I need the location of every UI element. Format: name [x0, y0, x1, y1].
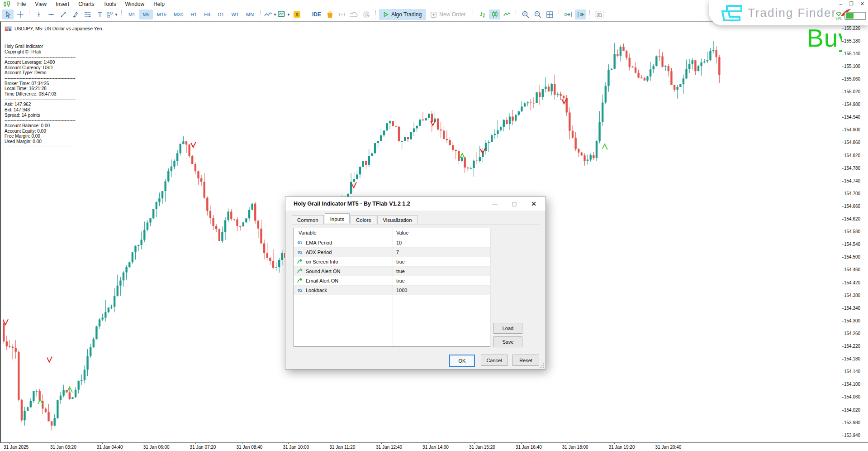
- variable-name: EMA Period: [306, 240, 332, 245]
- indicator-info-line: Broker Time: 07:34:25: [5, 81, 76, 86]
- tab-common[interactable]: Common: [292, 215, 324, 224]
- save-button[interactable]: Save: [493, 336, 522, 347]
- table-row[interactable]: 01 EMA Period 10: [294, 238, 490, 248]
- bool-input-icon: [296, 268, 304, 275]
- chart-shift-button[interactable]: [575, 10, 586, 19]
- fibonacci-tool-button[interactable]: [82, 10, 93, 19]
- time-axis-label: 31 Jan 11:20: [329, 445, 355, 450]
- price-axis-label: 155.140: [844, 51, 860, 56]
- ok-button[interactable]: OK: [449, 355, 475, 367]
- table-row[interactable]: Sound Alert ON true: [294, 267, 490, 276]
- table-row[interactable]: 01 ADX Period 7: [294, 248, 490, 257]
- dialog-maximize-button[interactable]: ▢: [509, 200, 519, 208]
- timeframe-h4[interactable]: H4: [200, 10, 214, 19]
- window-minimize-button[interactable]: –: [840, 0, 842, 7]
- screenshot-camera-button[interactable]: [593, 10, 605, 19]
- quotes-chart-button[interactable]: ▼: [264, 10, 277, 19]
- window-close-button[interactable]: ✕: [860, 0, 864, 7]
- timeframe-m30[interactable]: M30: [170, 10, 187, 19]
- timeframe-mn[interactable]: MN: [242, 10, 257, 19]
- indicator-info-line: ----------------------------------------…: [5, 144, 76, 149]
- price-axis[interactable]: 155.220155.180155.140155.100155.060155.0…: [842, 21, 868, 443]
- menu-file[interactable]: File: [13, 0, 30, 8]
- bar-chart-type-button[interactable]: [477, 10, 488, 19]
- vps-icon[interactable]: [361, 10, 372, 19]
- indicator-info-line: Local Time: 16:21:28: [5, 86, 76, 91]
- dollar-symbols-button[interactable]: $: [291, 10, 303, 19]
- tab-inputs[interactable]: Inputs: [325, 213, 350, 223]
- indicator-info-line: Account Leverage: 1:400: [5, 60, 76, 65]
- variable-value[interactable]: 1000: [396, 288, 407, 293]
- timeframe-d1[interactable]: D1: [214, 10, 228, 19]
- channel-tool-button[interactable]: [70, 10, 81, 19]
- variable-name: Sound Alert ON: [306, 269, 340, 274]
- new-order-button[interactable]: New Order: [426, 9, 470, 20]
- variable-value[interactable]: 7: [396, 249, 399, 255]
- tile-windows-button[interactable]: [544, 10, 555, 19]
- time-axis[interactable]: 31 Jan 202531 Jan 03:2031 Jan 04:4031 Ja…: [0, 442, 868, 451]
- reset-button[interactable]: Reset: [512, 355, 539, 366]
- metaeditor-ide-button[interactable]: IDE: [309, 11, 324, 18]
- menu-window[interactable]: Window: [121, 0, 149, 8]
- algo-trading-button[interactable]: Algo Trading: [379, 9, 426, 20]
- window-restore-button[interactable]: ❐: [849, 0, 854, 7]
- shapes-tool-button[interactable]: ▼: [106, 10, 118, 19]
- tab-colors[interactable]: Colors: [351, 215, 376, 224]
- candlestick-chart-type-button[interactable]: [489, 10, 500, 19]
- indicator-settings-dialog[interactable]: Holy Grail Indicator MT5 - By TFlab V1.2…: [285, 197, 546, 369]
- menu-charts[interactable]: Charts: [74, 0, 99, 8]
- crosshair-tool-button[interactable]: [14, 10, 26, 19]
- price-axis-label: 154.780: [844, 166, 860, 171]
- cloud-icon[interactable]: [349, 10, 360, 19]
- signals-icon[interactable]: [337, 10, 348, 19]
- table-row[interactable]: on Screen Info true: [294, 257, 490, 267]
- text-tool-button[interactable]: [94, 10, 105, 19]
- resize-grip[interactable]: [539, 363, 545, 368]
- variable-name: Email Alert ON: [306, 278, 338, 283]
- indicators-button[interactable]: ▼: [278, 10, 290, 19]
- variable-value[interactable]: true: [396, 278, 405, 283]
- price-axis-label: 154.580: [844, 229, 860, 234]
- sell-arrow-icon: [191, 142, 196, 147]
- load-button[interactable]: Load: [493, 323, 522, 334]
- timeframe-h1[interactable]: H1: [187, 10, 200, 19]
- value-column-header: Value: [396, 228, 408, 238]
- cursor-tool-button[interactable]: [2, 10, 14, 19]
- menu-view[interactable]: View: [30, 0, 51, 8]
- time-axis-label: 31 Jan 07:20: [190, 445, 216, 450]
- timeframe-w1[interactable]: W1: [228, 10, 242, 19]
- variable-value[interactable]: true: [396, 269, 405, 274]
- dialog-close-button[interactable]: ✕: [529, 200, 539, 208]
- variable-value[interactable]: true: [396, 259, 405, 264]
- int-input-icon: 01: [296, 250, 304, 254]
- zoom-out-button[interactable]: [532, 10, 543, 19]
- auto-scroll-button[interactable]: [563, 10, 574, 19]
- timeframe-m1[interactable]: M1: [125, 10, 139, 19]
- timeframe-m15[interactable]: M15: [153, 10, 170, 19]
- market-bag-icon[interactable]: [324, 10, 336, 19]
- indicator-info-line: Ask: 147.962: [5, 102, 76, 107]
- cancel-button[interactable]: Cancel: [481, 355, 508, 366]
- price-axis-label: 154.260: [844, 331, 860, 336]
- horizontal-line-tool-button[interactable]: [45, 10, 57, 19]
- menu-tools[interactable]: Tools: [99, 0, 121, 8]
- menu-insert[interactable]: Insert: [51, 0, 74, 8]
- tab-visualization[interactable]: Visualization: [377, 215, 417, 224]
- price-axis-label: 154.300: [844, 318, 860, 323]
- price-axis-label: 154.500: [844, 254, 860, 259]
- variable-value[interactable]: 10: [396, 240, 402, 245]
- menu-help[interactable]: Help: [149, 0, 169, 8]
- dialog-tabs: Common Inputs Colors Visualization: [292, 213, 418, 223]
- time-axis-label: 31 Jan 19:20: [609, 445, 635, 450]
- dialog-titlebar[interactable]: Holy Grail Indicator MT5 - By TFlab V1.2…: [285, 197, 545, 211]
- vertical-line-tool-button[interactable]: [33, 10, 44, 19]
- table-row[interactable]: 01 Lookback 1000: [294, 286, 490, 295]
- trendline-tool-button[interactable]: [57, 10, 69, 19]
- table-row[interactable]: Email Alert ON true: [294, 276, 490, 286]
- zoom-in-button[interactable]: [520, 10, 531, 19]
- line-chart-type-button[interactable]: [501, 10, 512, 19]
- dialog-minimize-button[interactable]: —: [490, 200, 500, 208]
- price-axis-label: 154.940: [844, 115, 860, 120]
- variable-name: ADX Period: [306, 249, 332, 255]
- timeframe-m5[interactable]: M5: [139, 10, 153, 19]
